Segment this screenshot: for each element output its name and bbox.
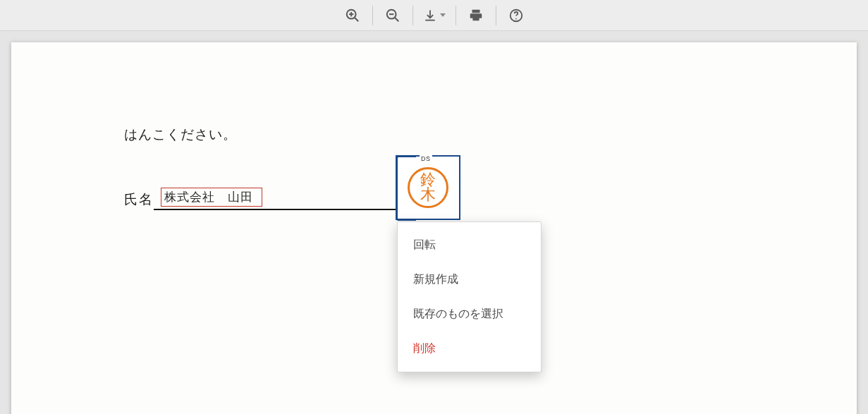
menu-item-rotate[interactable]: 回転 bbox=[398, 228, 541, 262]
zoom-in-icon bbox=[345, 8, 360, 23]
pdf-viewer[interactable]: はんこください。 氏名 株式会社 山田 DS 鈴 木 回転 新規作成 既存のもの… bbox=[0, 31, 868, 414]
stamp-tag: DS bbox=[420, 155, 432, 162]
document-page: はんこください。 氏名 株式会社 山田 DS 鈴 木 回転 新規作成 既存のもの… bbox=[11, 42, 857, 414]
chevron-down-icon bbox=[440, 13, 446, 17]
hanko-char-2: 木 bbox=[420, 188, 436, 202]
toolbar-separator bbox=[496, 6, 496, 25]
stamp-field[interactable]: DS 鈴 木 bbox=[396, 155, 460, 220]
menu-item-delete[interactable]: 削除 bbox=[398, 331, 541, 366]
help-button[interactable] bbox=[502, 1, 530, 30]
toolbar-separator bbox=[372, 6, 373, 25]
svg-line-5 bbox=[395, 18, 398, 21]
download-icon bbox=[423, 8, 437, 23]
hanko-stamp-icon: 鈴 木 bbox=[408, 167, 448, 208]
toolbar-separator bbox=[412, 6, 413, 25]
zoom-out-button[interactable] bbox=[379, 1, 407, 30]
toolbar-separator bbox=[456, 6, 456, 25]
name-value-field[interactable]: 株式会社 山田 bbox=[161, 188, 262, 207]
menu-item-select-existing[interactable]: 既存のものを選択 bbox=[398, 297, 541, 331]
svg-point-8 bbox=[515, 18, 517, 19]
svg-line-1 bbox=[355, 18, 358, 21]
name-label: 氏名 bbox=[124, 190, 154, 210]
name-underline: 株式会社 山田 bbox=[154, 190, 411, 210]
download-button[interactable] bbox=[419, 1, 450, 30]
print-icon bbox=[468, 8, 484, 23]
pdf-toolbar bbox=[0, 0, 868, 31]
stamp-context-menu: 回転 新規作成 既存のものを選択 削除 bbox=[397, 221, 542, 372]
instruction-text: はんこください。 bbox=[124, 126, 237, 144]
print-button[interactable] bbox=[462, 1, 490, 30]
menu-item-new[interactable]: 新規作成 bbox=[398, 262, 541, 297]
zoom-in-button[interactable] bbox=[338, 1, 367, 30]
help-icon bbox=[508, 8, 524, 23]
name-row: 氏名 株式会社 山田 bbox=[124, 190, 411, 210]
zoom-out-icon bbox=[385, 8, 401, 23]
